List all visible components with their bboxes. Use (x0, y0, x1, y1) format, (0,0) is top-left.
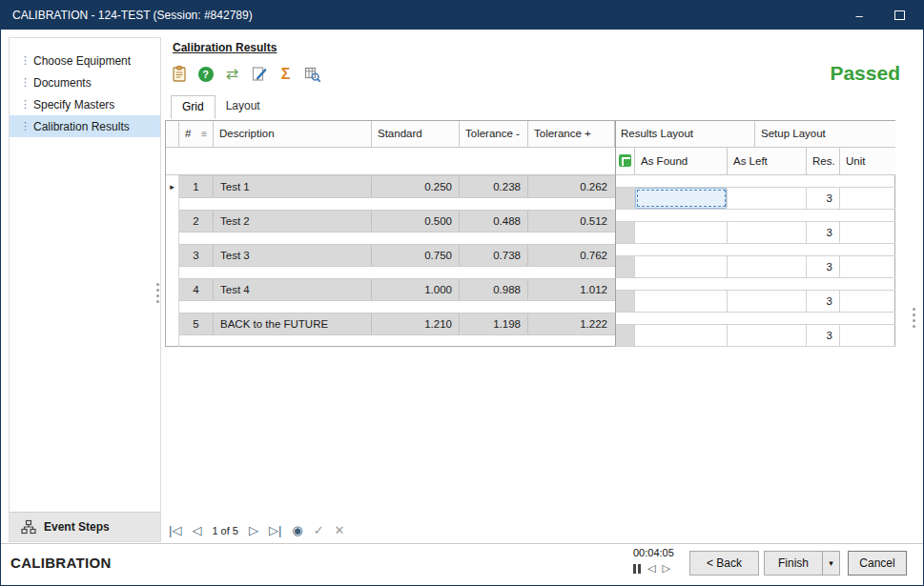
event-steps-button[interactable]: Event Steps (10, 512, 160, 541)
row-indicator-cell: ▸ (166, 175, 179, 210)
sidebar-item-specify-masters[interactable]: ⋮ Specify Masters (10, 93, 160, 115)
cell-res[interactable]: 3 (807, 256, 840, 277)
cell-description[interactable]: Test 1 (214, 176, 372, 197)
cell-as-left[interactable] (728, 222, 807, 243)
finish-dropdown-button[interactable]: ▾ (822, 551, 840, 576)
column-header-tolerance-plus[interactable]: Tolerance + (528, 121, 615, 148)
cell-num[interactable]: 5 (179, 313, 214, 334)
sidebar-item-documents[interactable]: ⋮ Documents (10, 71, 160, 93)
cell-tolerance-minus[interactable]: 0.238 (460, 176, 528, 197)
cell-num[interactable]: 2 (179, 211, 214, 232)
cell-as-left[interactable] (728, 188, 807, 209)
maximize-icon (894, 10, 905, 20)
results-layout-icon (619, 154, 631, 167)
grid-data-row[interactable]: 3 Test 3 0.750 0.738 0.762 (179, 244, 615, 267)
nav-next-button[interactable]: ▷ (249, 523, 258, 537)
pause-icon[interactable] (633, 564, 641, 574)
cell-tolerance-plus[interactable]: 0.262 (528, 176, 614, 197)
cell-description[interactable]: Test 2 (214, 211, 372, 232)
column-header-unit[interactable]: Unit (840, 148, 895, 175)
nav-prev-button[interactable]: ◁ (192, 523, 201, 537)
preview-button[interactable] (301, 63, 323, 85)
cell-res[interactable]: 3 (807, 188, 840, 209)
nav-accept-button[interactable]: ✓ (314, 523, 324, 537)
cell-standard[interactable]: 0.250 (372, 176, 460, 197)
grid-data-row[interactable]: 1 Test 1 0.250 0.238 0.262 (179, 175, 615, 198)
cancel-button[interactable]: Cancel (848, 551, 907, 576)
cell-tolerance-minus[interactable]: 1.198 (460, 313, 528, 334)
back-button[interactable]: < Back (689, 551, 759, 576)
maximize-button[interactable] (883, 1, 915, 30)
cell-standard[interactable]: 0.500 (372, 211, 460, 232)
step-back-icon[interactable]: ◁ (647, 562, 655, 575)
cell-as-left[interactable] (728, 256, 807, 277)
report-button[interactable] (168, 63, 190, 85)
cell-tolerance-plus[interactable]: 1.222 (528, 313, 614, 334)
splitter-grip[interactable] (913, 308, 915, 328)
tab-layout[interactable]: Layout (216, 95, 271, 119)
help-button[interactable]: ? (195, 63, 216, 85)
cell-description[interactable]: Test 3 (214, 245, 372, 266)
cell-as-found[interactable] (635, 256, 728, 277)
cell-description[interactable]: BACK to the FUTURE (214, 313, 372, 334)
cell-as-found[interactable] (635, 325, 728, 346)
nav-cancel-button[interactable]: ✕ (335, 523, 345, 537)
cell-unit[interactable] (840, 291, 895, 312)
column-header-tolerance-minus[interactable]: Tolerance - (460, 121, 528, 148)
grid-data-row[interactable]: 4 Test 4 1.000 0.988 1.012 (179, 278, 615, 301)
grid-data-row[interactable]: 2 Test 2 0.500 0.488 0.512 (179, 210, 615, 232)
grid-data-row[interactable]: 5 BACK to the FUTURE 1.210 1.198 1.222 (179, 313, 615, 335)
sidebar-item-calibration-results[interactable]: ⋮ Calibration Results (10, 115, 160, 137)
cell-res[interactable]: 3 (807, 325, 840, 346)
cell-num[interactable]: 3 (179, 245, 214, 266)
wizard-footer: CALIBRATION 00:04:05 ◁ ▷ < Back Finish ▾… (1, 543, 923, 585)
cell-tolerance-minus[interactable]: 0.738 (460, 245, 528, 266)
grid-results-row: 3 (615, 221, 895, 244)
record-navigator: |◁ ◁ 1 of 5 ▷ ▷| ◉ ✓ ✕ (169, 523, 344, 537)
cell-as-found[interactable] (635, 222, 728, 243)
cell-num[interactable]: 4 (179, 279, 214, 300)
cell-tolerance-minus[interactable]: 0.988 (460, 279, 528, 300)
nav-first-button[interactable]: |◁ (169, 523, 181, 537)
cell-unit[interactable] (840, 188, 895, 209)
summary-button[interactable]: Σ (275, 63, 297, 85)
cell-standard[interactable]: 0.750 (372, 245, 460, 266)
band-header-results-layout[interactable]: Results Layout (615, 121, 755, 148)
column-header-standard[interactable]: Standard (372, 121, 460, 148)
cell-standard[interactable]: 1.000 (372, 279, 460, 300)
cell-description[interactable]: Test 4 (214, 279, 372, 300)
column-header-as-left[interactable]: As Left (728, 148, 807, 175)
cell-num[interactable]: 1 (179, 176, 214, 197)
cell-tolerance-minus[interactable]: 0.488 (460, 211, 528, 232)
column-header-as-found[interactable]: As Found (635, 148, 728, 175)
cell-tolerance-plus[interactable]: 0.512 (528, 211, 614, 232)
cell-unit[interactable] (840, 222, 895, 243)
cell-standard[interactable]: 1.210 (372, 313, 460, 334)
cell-res[interactable]: 3 (807, 291, 840, 312)
nav-last-button[interactable]: ▷| (269, 523, 281, 537)
column-header-num[interactable]: # ≡ (179, 121, 214, 148)
tab-grid[interactable]: Grid (171, 95, 216, 119)
play-icon[interactable]: ▷ (662, 562, 669, 575)
column-header-res[interactable]: Res. (807, 148, 840, 175)
sidebar-item-label: Choose Equipment (33, 54, 131, 68)
cell-as-left[interactable] (728, 325, 807, 346)
sort-icon: ≡ (201, 121, 207, 147)
cell-as-found[interactable] (635, 291, 728, 312)
finish-button[interactable]: Finish (764, 551, 823, 576)
cell-tolerance-plus[interactable]: 0.762 (528, 245, 614, 266)
cell-tolerance-plus[interactable]: 1.012 (528, 279, 614, 300)
nav-view-button[interactable]: ◉ (292, 523, 302, 537)
cell-unit[interactable] (840, 325, 895, 346)
splitter-grip[interactable] (156, 283, 159, 303)
cell-as-found[interactable] (635, 188, 728, 209)
column-header-description[interactable]: Description (214, 121, 372, 148)
cell-unit[interactable] (840, 256, 895, 277)
sidebar-item-choose-equipment[interactable]: ⋮ Choose Equipment (10, 50, 160, 71)
minimize-button[interactable]: – (843, 1, 875, 30)
edit-button[interactable] (248, 63, 270, 85)
refresh-button[interactable]: ⇄ (221, 63, 243, 85)
cell-as-left[interactable] (728, 291, 807, 312)
cell-res[interactable]: 3 (807, 222, 840, 243)
band-header-setup-layout[interactable]: Setup Layout (755, 121, 895, 148)
